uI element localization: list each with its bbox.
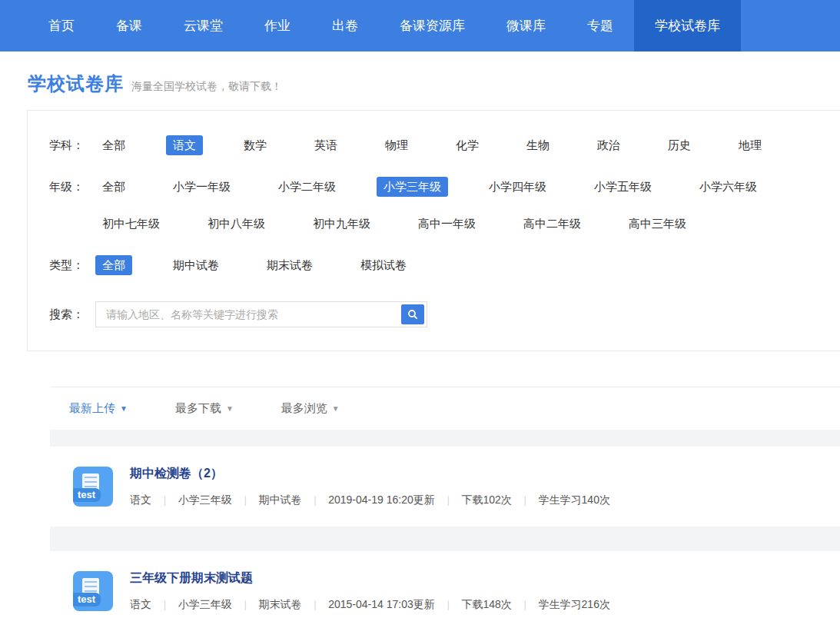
meta-separator: ｜ <box>310 493 320 507</box>
search-button[interactable] <box>401 304 424 324</box>
meta-value: 下载148次 <box>461 598 511 612</box>
filter-panel: 学科：全部语文数学英语物理化学生物政治历史地理年级：全部小学一年级小学二年级小学… <box>27 110 840 351</box>
meta-value: 小学三年级 <box>178 493 232 507</box>
search-label: 搜索： <box>49 304 95 324</box>
filter-chip[interactable]: 生物 <box>520 135 556 155</box>
filter-chip[interactable]: 小学二年级 <box>271 177 343 197</box>
filter-options-subject: 全部语文数学英语物理化学生物政治历史地理 <box>95 135 769 155</box>
filter-chip[interactable]: 语文 <box>166 135 203 155</box>
filter-chip[interactable]: 小学四年级 <box>482 177 553 197</box>
meta-value: 2019-04-19 16:20更新 <box>328 493 435 507</box>
nav-item-6[interactable]: 微课库 <box>486 0 566 52</box>
page-title: 学校试卷库 <box>28 71 124 96</box>
filter-chip[interactable]: 化学 <box>449 135 486 155</box>
results-section: 最新上传▼最多下载▼最多浏览▼ 共 36 份 test期中检测卷（2）语文｜小学… <box>50 387 840 628</box>
meta-value: 语文 <box>130 493 151 507</box>
meta-separator: ｜ <box>241 598 251 612</box>
filter-row-type: 类型：全部期中试卷期末试卷模拟试卷 <box>49 255 840 275</box>
search-box <box>95 301 427 327</box>
filter-chip[interactable]: 小学一年级 <box>166 177 237 197</box>
meta-value: 期中试卷 <box>258 493 301 507</box>
meta-value: 小学三年级 <box>178 598 232 612</box>
filter-chip[interactable]: 小学三年级 <box>377 177 448 197</box>
doc-icon-label: test <box>73 488 101 502</box>
meta-separator: ｜ <box>160 493 170 507</box>
filter-label-grade: 年级： <box>49 177 95 197</box>
filter-chip[interactable]: 期中试卷 <box>166 255 226 275</box>
sort-option[interactable]: 最多下载▼ <box>175 401 234 416</box>
result-body: 三年级下册期末测试题语文｜小学三年级｜期末试卷｜2015-04-14 17:03… <box>130 570 610 612</box>
filter-chip[interactable]: 模拟试卷 <box>354 255 413 275</box>
meta-separator: ｜ <box>160 598 170 612</box>
nav-item-2[interactable]: 云课堂 <box>163 0 244 52</box>
filter-chip[interactable]: 高中一年级 <box>411 214 483 234</box>
meta-separator: ｜ <box>443 598 453 612</box>
search-row: 搜索： <box>49 301 840 327</box>
filter-chip[interactable]: 政治 <box>590 135 627 155</box>
result-card: test三年级下册期末测试题语文｜小学三年级｜期末试卷｜2015-04-14 1… <box>50 551 840 628</box>
chevron-down-icon: ▼ <box>332 404 340 413</box>
filter-chip[interactable]: 物理 <box>378 135 415 155</box>
sort-option[interactable]: 最新上传▼ <box>69 401 128 416</box>
filter-chip[interactable]: 高中三年级 <box>622 214 693 234</box>
filter-chip[interactable]: 初中九年级 <box>306 214 377 234</box>
nav-item-5[interactable]: 备课资源库 <box>379 0 486 52</box>
filter-chip[interactable]: 全部 <box>95 255 132 275</box>
filter-chip[interactable]: 初中八年级 <box>201 214 272 234</box>
filter-label-type: 类型： <box>49 255 95 275</box>
sort-option[interactable]: 最多浏览▼ <box>281 401 340 416</box>
filter-chip[interactable]: 英语 <box>307 135 344 155</box>
nav-item-1[interactable]: 备课 <box>95 0 163 52</box>
filter-chip[interactable]: 小学五年级 <box>587 177 659 197</box>
meta-separator: ｜ <box>520 493 530 507</box>
filter-chip[interactable]: 全部 <box>95 135 132 155</box>
result-title-link[interactable]: 期中检测卷（2） <box>130 466 223 482</box>
nav-item-8[interactable]: 学校试卷库 <box>634 0 741 52</box>
filter-chip[interactable]: 小学六年级 <box>692 177 764 197</box>
sort-option-label: 最多下载 <box>175 401 221 416</box>
meta-separator: ｜ <box>310 598 320 612</box>
search-icon <box>407 309 418 320</box>
test-paper-icon: test <box>73 571 113 611</box>
sort-option-label: 最多浏览 <box>281 401 327 416</box>
nav-item-4[interactable]: 出卷 <box>311 0 379 52</box>
meta-value: 下载102次 <box>461 493 511 507</box>
filter-label-subject: 学科： <box>49 135 95 155</box>
result-body: 期中检测卷（2）语文｜小学三年级｜期中试卷｜2019-04-19 16:20更新… <box>130 466 610 507</box>
filter-chip[interactable]: 历史 <box>661 135 698 155</box>
top-nav: 首页备课云课堂作业出卷备课资源库微课库专题学校试卷库 <box>0 0 840 52</box>
filter-options-grade: 全部小学一年级小学二年级小学三年级小学四年级小学五年级小学六年级初中七年级初中八… <box>95 177 840 234</box>
nav-item-7[interactable]: 专题 <box>566 0 634 52</box>
doc-icon-label: test <box>73 593 101 606</box>
filter-options-type: 全部期中试卷期末试卷模拟试卷 <box>95 255 413 275</box>
sort-options: 最新上传▼最多下载▼最多浏览▼ <box>69 401 387 416</box>
filter-row-subject: 学科：全部语文数学英语物理化学生物政治历史地理 <box>49 135 840 155</box>
nav-item-0[interactable]: 首页 <box>28 0 95 52</box>
chevron-down-icon: ▼ <box>226 404 234 413</box>
filter-row-grade: 年级：全部小学一年级小学二年级小学三年级小学四年级小学五年级小学六年级初中七年级… <box>49 177 840 234</box>
meta-value: 学生学习140次 <box>539 493 610 507</box>
filter-chip[interactable]: 数学 <box>237 135 274 155</box>
sort-option-label: 最新上传 <box>69 401 115 416</box>
search-input[interactable] <box>98 304 401 324</box>
results-list: test期中检测卷（2）语文｜小学三年级｜期中试卷｜2019-04-19 16:… <box>50 430 840 628</box>
page-header: 学校试卷库 海量全国学校试卷，敬请下载！ <box>0 52 840 110</box>
filter-chip[interactable]: 高中二年级 <box>516 214 588 234</box>
filter-rows: 学科：全部语文数学英语物理化学生物政治历史地理年级：全部小学一年级小学二年级小学… <box>49 135 840 275</box>
meta-separator: ｜ <box>241 493 251 507</box>
result-meta: 语文｜小学三年级｜期末试卷｜2015-04-14 17:03更新｜下载148次｜… <box>130 598 610 612</box>
meta-separator: ｜ <box>520 598 530 612</box>
filter-chip[interactable]: 全部 <box>95 177 132 197</box>
meta-value: 期末试卷 <box>258 598 301 612</box>
filter-chip[interactable]: 初中七年级 <box>95 214 167 234</box>
result-meta: 语文｜小学三年级｜期中试卷｜2019-04-19 16:20更新｜下载102次｜… <box>130 493 610 507</box>
nav-item-3[interactable]: 作业 <box>244 0 311 52</box>
test-paper-icon: test <box>73 467 113 507</box>
filter-chip[interactable]: 期末试卷 <box>260 255 320 275</box>
filter-chip[interactable]: 地理 <box>732 135 769 155</box>
result-title-link[interactable]: 三年级下册期末测试题 <box>130 570 253 586</box>
meta-value: 2015-04-14 17:03更新 <box>328 598 435 612</box>
meta-value: 语文 <box>130 598 151 612</box>
sort-bar: 最新上传▼最多下载▼最多浏览▼ 共 36 份 <box>50 387 840 430</box>
meta-separator: ｜ <box>443 493 453 507</box>
